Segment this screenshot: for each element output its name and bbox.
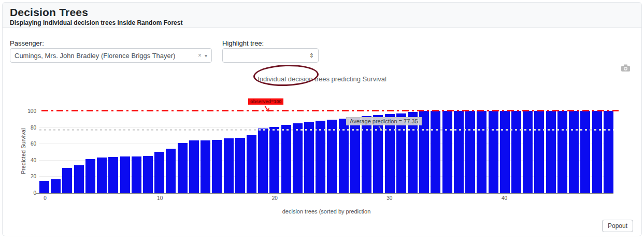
- y-tick-label: 60: [19, 141, 36, 147]
- x-axis-title: decision trees (sorted by prediction: [39, 208, 613, 215]
- bar[interactable]: [143, 156, 153, 193]
- bar[interactable]: [293, 123, 303, 193]
- bar[interactable]: [489, 111, 498, 193]
- observed-reference-line: [41, 110, 619, 111]
- bar[interactable]: [166, 149, 176, 193]
- bar[interactable]: [97, 158, 107, 193]
- page-subtitle: Displaying individual decision trees ins…: [10, 19, 634, 26]
- y-tick-label: 0: [19, 190, 36, 196]
- bars: [39, 111, 613, 193]
- x-tick-label: 10: [152, 195, 168, 201]
- popout-button[interactable]: Popout: [602, 220, 633, 232]
- x-tick-label: 20: [267, 195, 282, 201]
- y-tick-label: 100: [19, 108, 36, 114]
- chevron-down-icon[interactable]: ▾: [205, 53, 207, 59]
- bar[interactable]: [189, 140, 199, 193]
- bar[interactable]: [51, 179, 61, 193]
- observed-arrow-icon: [257, 105, 275, 113]
- bar[interactable]: [431, 111, 440, 193]
- bar[interactable]: [580, 111, 590, 193]
- clear-icon[interactable]: ×: [198, 52, 202, 59]
- bar[interactable]: [592, 111, 602, 193]
- annotation-ellipse: [253, 64, 319, 87]
- plot-area: 010203040: [39, 111, 613, 193]
- bar[interactable]: [362, 116, 371, 193]
- bar[interactable]: [224, 138, 234, 193]
- bar[interactable]: [74, 165, 84, 193]
- bar[interactable]: [201, 140, 210, 193]
- camera-icon[interactable]: [621, 64, 630, 74]
- bar[interactable]: [500, 111, 510, 193]
- updown-arrows-icon: ⇕: [309, 52, 314, 59]
- average-prediction-tooltip: Average prediction = 77.35: [346, 117, 422, 125]
- bar[interactable]: [327, 120, 337, 193]
- bar[interactable]: [511, 111, 521, 193]
- bar[interactable]: [247, 135, 256, 193]
- bar[interactable]: [304, 122, 314, 193]
- bar[interactable]: [557, 111, 567, 193]
- y-tick-label: 20: [19, 174, 36, 179]
- passenger-select[interactable]: Cumings, Mrs. John Bradley (Florence Bri…: [10, 48, 212, 63]
- bar[interactable]: [385, 114, 395, 193]
- highlight-tree-select[interactable]: ⇕: [222, 48, 319, 63]
- tooltip-pointer-icon: [378, 126, 385, 132]
- bar[interactable]: [465, 111, 475, 193]
- bar[interactable]: [546, 111, 556, 193]
- bar[interactable]: [604, 111, 613, 193]
- highlight-tree-label: Highlight tree:: [222, 39, 264, 47]
- passenger-select-value: Cumings, Mrs. John Bradley (Florence Bri…: [15, 52, 195, 60]
- bar[interactable]: [154, 152, 164, 193]
- bar[interactable]: [269, 127, 279, 193]
- y-tick-label: 80: [19, 125, 36, 131]
- bar[interactable]: [178, 143, 188, 193]
- bar[interactable]: [212, 140, 222, 193]
- bar[interactable]: [281, 125, 291, 193]
- bar[interactable]: [454, 111, 464, 193]
- passenger-label: Passenger:: [10, 39, 44, 47]
- bar[interactable]: [523, 111, 533, 193]
- bar[interactable]: [62, 168, 72, 193]
- observed-annotation: observed=100: [248, 98, 283, 105]
- bar[interactable]: [569, 111, 579, 193]
- bar[interactable]: [39, 181, 49, 193]
- decision-trees-card: Decision Trees Displaying individual dec…: [2, 2, 642, 236]
- bar[interactable]: [132, 156, 141, 193]
- x-tick-label: 0: [37, 195, 53, 201]
- bar[interactable]: [120, 156, 130, 193]
- x-axis-line: [36, 193, 613, 194]
- bar[interactable]: [108, 157, 118, 193]
- card-header: Decision Trees Displaying individual dec…: [3, 3, 641, 28]
- x-tick-label: 40: [496, 195, 512, 201]
- bar[interactable]: [442, 111, 452, 193]
- y-tick-label: 40: [19, 158, 36, 163]
- average-reference-line: [39, 129, 613, 131]
- bar[interactable]: [258, 128, 268, 193]
- x-tick-label: 30: [382, 195, 397, 201]
- bar[interactable]: [85, 159, 95, 193]
- bar[interactable]: [316, 121, 325, 193]
- bar[interactable]: [235, 138, 245, 193]
- chart-title: Individual decision trees predicting Sur…: [3, 75, 641, 83]
- page-title: Decision Trees: [10, 6, 634, 19]
- bar[interactable]: [477, 111, 486, 193]
- bar[interactable]: [534, 111, 544, 193]
